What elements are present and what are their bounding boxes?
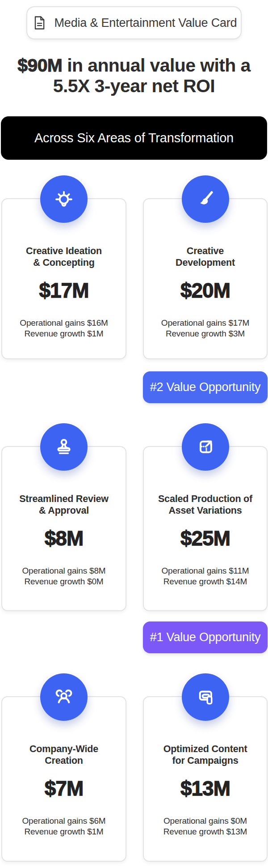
- content-stack-icon: [182, 673, 229, 721]
- card-title: Streamlined Review& Approval: [7, 494, 121, 517]
- card-streamlined-review: Streamlined Review& Approval $8M Operati…: [1, 446, 126, 611]
- card-detail: Operational gains $16MRevenue growth $1M: [7, 318, 121, 338]
- value-card-pill: Media & Entertainment Value Card: [26, 6, 242, 39]
- card-detail: Operational gains $0MRevenue growth $13M: [148, 816, 262, 836]
- headline-amount: $90M: [17, 55, 62, 76]
- card-optimized-content: Optimized Contentfor Campaigns $13M Oper…: [143, 696, 268, 862]
- card-title: Optimized Contentfor Campaigns: [148, 744, 262, 767]
- card-title: Creative Ideation& Concepting: [7, 246, 121, 269]
- cards-row-2: Streamlined Review& Approval $8M Operati…: [0, 446, 268, 611]
- card-detail: Operational gains $6MRevenue growth $1M: [7, 816, 121, 836]
- scale-export-icon: [182, 423, 229, 471]
- page-title: $90M in annual value with a5.5X 3-year n…: [0, 55, 268, 97]
- badge-2-value-opportunity: #2 Value Opportunity: [143, 371, 268, 403]
- badge-1-value-opportunity: #1 Value Opportunity: [143, 621, 268, 653]
- card-detail: Operational gains $17MRevenue growth $3M: [148, 318, 262, 338]
- cards-row-1: Creative Ideation& Concepting $17M Opera…: [0, 198, 268, 359]
- card-value: $17M: [7, 278, 121, 302]
- card-creative-ideation: Creative Ideation& Concepting $17M Opera…: [1, 198, 126, 359]
- document-icon: [31, 15, 47, 31]
- card-title: CreativeDevelopment: [148, 246, 262, 269]
- card-value: $7M: [7, 776, 121, 800]
- value-card-page: Media & Entertainment Value Card $90M in…: [0, 6, 268, 868]
- headline-line2: 5.5X 3-year net ROI: [53, 76, 215, 96]
- value-card-pill-label: Media & Entertainment Value Card: [54, 16, 237, 30]
- card-creative-development: CreativeDevelopment $20M Operational gai…: [143, 198, 268, 359]
- paintbrush-icon: [182, 175, 229, 223]
- card-detail: Operational gains $8MRevenue growth $0M: [7, 566, 121, 586]
- card-title: Scaled Production ofAsset Variations: [148, 494, 262, 517]
- transformation-banner-label: Across Six Areas of Transformation: [34, 131, 234, 145]
- community-icon: [40, 673, 88, 721]
- stamp-icon: [40, 423, 88, 471]
- lightbulb-icon: [40, 175, 88, 223]
- card-detail: Operational gains $11MRevenue growth $14…: [148, 566, 262, 586]
- badge-row-1: #2 Value Opportunity: [0, 371, 268, 403]
- card-value: $8M: [7, 526, 121, 550]
- badge-row-2: #1 Value Opportunity: [0, 621, 268, 653]
- card-value: $13M: [148, 776, 262, 800]
- transformation-banner: Across Six Areas of Transformation: [1, 116, 267, 160]
- card-company-wide-creation: Company-WideCreation $7M Operational gai…: [1, 696, 126, 862]
- card-title: Company-WideCreation: [7, 744, 121, 767]
- headline-rest: in annual value with a: [62, 55, 250, 76]
- card-value: $25M: [148, 526, 262, 550]
- card-value: $20M: [148, 278, 262, 302]
- card-scaled-production: Scaled Production ofAsset Variations $25…: [143, 446, 268, 611]
- cards-row-3: Company-WideCreation $7M Operational gai…: [0, 696, 268, 862]
